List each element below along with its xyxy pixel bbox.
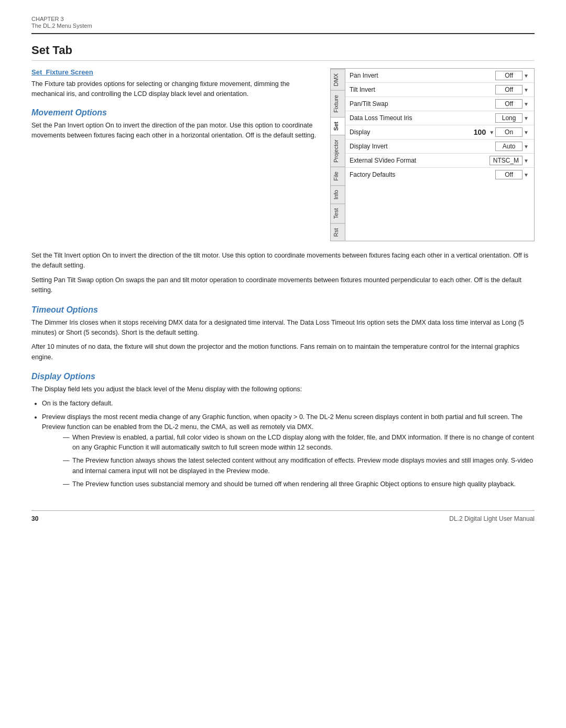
svideo-arrow[interactable]: ▼ — [524, 158, 529, 164]
menu-row-pan-invert: Pan Invert Off ▼ — [345, 69, 534, 83]
list-item-on-text: On is the factory default. — [42, 400, 113, 407]
dash-item-2: The Preview function always shows the la… — [63, 456, 535, 476]
left-column: Set_Fixture Screen The Fixture tab provi… — [31, 68, 318, 241]
display-number-arrow[interactable]: ▼ — [489, 130, 494, 135]
timeout-text-1: The Dimmer Iris closes when it stops rec… — [31, 318, 535, 338]
display-intro: The Display field lets you adjust the bl… — [31, 384, 535, 394]
page-footer: 30 DL.2 Digital Light User Manual — [31, 510, 535, 522]
chapter-subtitle: The DL.2 Menu System — [31, 23, 535, 29]
list-item-preview-text: Preview displays the most recent media c… — [42, 413, 523, 431]
tab-projector[interactable]: Projector — [331, 135, 345, 167]
data-loss-arrow[interactable]: ▼ — [524, 115, 529, 121]
tab-strip: DMX Fixture Set Projector File Info Test… — [331, 69, 345, 241]
factory-defaults-value[interactable]: Off — [495, 170, 523, 179]
display-invert-value[interactable]: Auto — [495, 142, 523, 151]
timeout-title: Timeout Options — [31, 305, 535, 315]
tab-rst[interactable]: Rst — [331, 223, 345, 241]
pan-tilt-swap-value[interactable]: Off — [495, 99, 523, 109]
factory-defaults-label: Factory Defaults — [350, 171, 495, 178]
manual-title: DL.2 Digital Light User Manual — [449, 515, 535, 522]
display-arrow[interactable]: ▼ — [524, 130, 529, 135]
dash-item-3: The Preview function uses substancial me… — [63, 479, 535, 489]
chapter-number: CHAPTER 3 — [31, 16, 535, 22]
intro-text: The Fixture tab provides options for sel… — [31, 79, 318, 100]
menu-content: Pan Invert Off ▼ Tilt Invert Off ▼ Pan/T… — [345, 69, 534, 241]
movement-text-1: Set the Pan Invert option On to invert t… — [31, 121, 318, 141]
menu-row-display: Display 100 ▼ On ▼ — [345, 125, 534, 140]
display-invert-label: Display Invert — [350, 143, 495, 150]
data-loss-label: Data Loss Timeout Iris — [350, 114, 495, 122]
movement-text-3: Setting Pan Tilt Swap option On swaps th… — [31, 275, 535, 296]
tab-dmx[interactable]: DMX — [331, 69, 345, 90]
dash-sub-list: When Preview is enabled, a partial, full… — [63, 433, 535, 490]
page-number: 30 — [31, 515, 38, 522]
display-label: Display — [350, 129, 474, 136]
display-value[interactable]: On — [495, 127, 523, 137]
tab-fixture[interactable]: Fixture — [331, 90, 345, 117]
pan-tilt-swap-label: Pan/Tilt Swap — [350, 100, 495, 108]
pan-tilt-swap-arrow[interactable]: ▼ — [524, 101, 529, 107]
movement-options-title: Movement Options — [31, 108, 318, 117]
dash-item-1: When Preview is enabled, a partial, full… — [63, 433, 535, 453]
factory-defaults-arrow[interactable]: ▼ — [524, 172, 529, 178]
list-item-preview: Preview displays the most recent media c… — [42, 412, 535, 490]
display-number: 100 — [474, 128, 486, 136]
display-options-title: Display Options — [31, 372, 535, 381]
tilt-invert-label: Tilt Invert — [350, 86, 495, 93]
display-bullet-list: On is the factory default. Preview displ… — [42, 399, 535, 489]
menu-widget: DMX Fixture Set Projector File Info Test… — [330, 68, 535, 241]
two-col-layout: Set_Fixture Screen The Fixture tab provi… — [31, 68, 535, 241]
movement-continued: Set the Tilt Invert option On to invert … — [31, 251, 535, 296]
menu-widget-container: DMX Fixture Set Projector File Info Test… — [330, 68, 535, 241]
menu-row-factory-defaults: Factory Defaults Off ▼ — [345, 168, 534, 181]
tilt-invert-arrow[interactable]: ▼ — [524, 87, 529, 93]
tab-test[interactable]: Test — [331, 204, 345, 223]
tab-info[interactable]: Info — [331, 185, 345, 204]
menu-row-svideo: External SVideo Format NTSC_M ▼ — [345, 154, 534, 168]
subsection-title: Set_Fixture Screen — [31, 68, 318, 76]
chapter-header: CHAPTER 3 The DL.2 Menu System — [31, 16, 535, 29]
display-section: Display Options The Display field lets y… — [31, 372, 535, 489]
movement-text-2: Set the Tilt Invert option On to invert … — [31, 251, 535, 271]
svideo-value[interactable]: NTSC_M — [489, 156, 523, 165]
display-invert-arrow[interactable]: ▼ — [524, 144, 529, 149]
svideo-label: External SVideo Format — [350, 157, 489, 164]
top-rule — [31, 33, 535, 34]
menu-row-data-loss: Data Loss Timeout Iris Long ▼ — [345, 111, 534, 125]
tab-set[interactable]: Set — [331, 117, 345, 135]
tilt-invert-value[interactable]: Off — [495, 85, 523, 94]
pan-invert-value[interactable]: Off — [495, 71, 523, 80]
list-item-on: On is the factory default. — [42, 399, 535, 409]
menu-row-display-invert: Display Invert Auto ▼ — [345, 140, 534, 154]
menu-row-pan-tilt-swap: Pan/Tilt Swap Off ▼ — [345, 97, 534, 111]
page-title: Set Tab — [31, 44, 535, 61]
timeout-section: Timeout Options The Dimmer Iris closes w… — [31, 305, 535, 363]
tab-file[interactable]: File — [331, 167, 345, 185]
data-loss-value[interactable]: Long — [495, 113, 523, 123]
pan-invert-arrow[interactable]: ▼ — [524, 73, 529, 79]
pan-invert-label: Pan Invert — [350, 72, 495, 79]
menu-row-tilt-invert: Tilt Invert Off ▼ — [345, 83, 534, 97]
timeout-text-2: After 10 minutes of no data, the fixture… — [31, 342, 535, 362]
